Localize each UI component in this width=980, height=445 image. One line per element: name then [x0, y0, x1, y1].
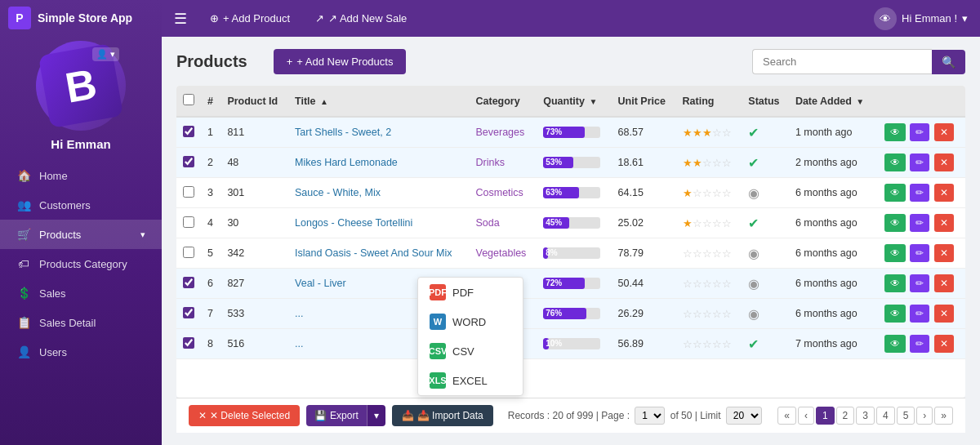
hamburger-icon[interactable]: ☰ — [174, 10, 187, 28]
limit-select[interactable]: 20 — [726, 407, 762, 425]
edit-button[interactable]: ✏ — [910, 214, 929, 232]
page-5-button[interactable]: 5 — [897, 407, 915, 425]
row-checkbox-cell[interactable] — [176, 238, 201, 269]
page-prev-button[interactable]: ‹ — [798, 407, 814, 425]
view-button[interactable]: 👁 — [884, 214, 906, 232]
delete-button[interactable]: ✕ — [934, 123, 954, 141]
page-last-button[interactable]: » — [934, 407, 953, 425]
export-csv-item[interactable]: CSV CSV — [418, 336, 523, 366]
page-4-button[interactable]: 4 — [876, 407, 895, 425]
edit-button[interactable]: ✏ — [910, 274, 929, 292]
view-button[interactable]: 👁 — [884, 184, 906, 202]
user-info[interactable]: 👁 Hi Emman ! ▾ — [874, 7, 968, 30]
sidebar-item-sales[interactable]: 💲 Sales — [0, 278, 162, 308]
product-title-link[interactable]: Tart Shells - Sweet, 2 — [295, 127, 391, 138]
category-link[interactable]: Vegetables — [476, 247, 527, 259]
edit-button[interactable]: ✏ — [910, 335, 929, 353]
delete-button[interactable]: ✕ — [934, 244, 954, 262]
row-checkbox[interactable] — [183, 307, 194, 318]
export-pdf-item[interactable]: PDF PDF — [418, 278, 523, 307]
delete-selected-button[interactable]: ✕ ✕ Delete Selected — [189, 405, 300, 426]
col-category[interactable]: Category — [470, 86, 537, 117]
col-rating[interactable]: Rating — [676, 86, 742, 117]
sidebar-item-home[interactable]: 🏠 Home — [0, 161, 162, 190]
row-checkbox-cell[interactable] — [176, 329, 201, 359]
row-checkbox-cell[interactable] — [176, 148, 201, 178]
product-title-link[interactable]: Veal - Liver — [295, 278, 346, 289]
export-word-item[interactable]: W WORD — [418, 307, 523, 336]
row-checkbox[interactable] — [183, 337, 194, 349]
category-link[interactable]: Cosmetics — [476, 187, 523, 198]
row-checkbox-cell[interactable] — [176, 269, 201, 299]
import-data-button[interactable]: 📥 📥 Import Data — [392, 405, 493, 426]
view-button[interactable]: 👁 — [884, 244, 906, 262]
product-title-link[interactable]: Island Oasis - Sweet And Sour Mix — [295, 247, 452, 259]
search-button[interactable]: 🔍 — [932, 50, 965, 74]
product-title-link[interactable]: ... — [295, 308, 303, 319]
row-checkbox[interactable] — [183, 186, 194, 198]
delete-button[interactable]: ✕ — [934, 214, 954, 232]
select-all-header[interactable] — [176, 86, 201, 117]
row-checkbox-cell[interactable] — [176, 299, 201, 329]
col-unit-price[interactable]: Unit Price — [612, 86, 676, 117]
col-date-added[interactable]: Date Added ▼ — [789, 86, 876, 117]
row-checkbox[interactable] — [183, 126, 194, 137]
delete-button[interactable]: ✕ — [934, 154, 954, 171]
sidebar-item-users[interactable]: 👤 Users — [0, 337, 162, 367]
view-button[interactable]: 👁 — [884, 123, 906, 141]
sidebar-item-sales-label: Sales — [39, 287, 66, 300]
row-checkbox[interactable] — [183, 156, 194, 167]
export-button[interactable]: 💾 Export — [306, 405, 367, 426]
add-product-button[interactable]: ⊕ + Add Product — [203, 9, 296, 28]
delete-button[interactable]: ✕ — [934, 335, 954, 353]
add-new-sale-button[interactable]: ↗ ↗ Add New Sale — [309, 9, 413, 28]
delete-button[interactable]: ✕ — [934, 274, 954, 292]
page-3-button[interactable]: 3 — [856, 407, 875, 425]
export-excel-item[interactable]: XLS EXCEL — [418, 366, 523, 395]
export-dropdown-button[interactable]: ▾ — [367, 405, 385, 426]
view-button[interactable]: 👁 — [884, 305, 906, 323]
row-actions: 👁 ✏ ✕ — [876, 117, 965, 148]
col-status[interactable]: Status — [742, 86, 789, 117]
view-button[interactable]: 👁 — [884, 335, 906, 353]
page-select[interactable]: 1 — [635, 407, 665, 425]
col-title[interactable]: Title ▲ — [288, 86, 469, 117]
row-checkbox-cell[interactable] — [176, 117, 201, 148]
row-checkbox-cell[interactable] — [176, 178, 201, 208]
user-badge[interactable]: 👤 ▾ — [92, 47, 119, 61]
product-title-link[interactable]: ... — [295, 338, 303, 349]
edit-button[interactable]: ✏ — [910, 154, 929, 171]
edit-button[interactable]: ✏ — [910, 244, 929, 262]
search-input[interactable] — [752, 49, 932, 74]
col-product-id[interactable]: Product Id — [220, 86, 288, 117]
row-checkbox-cell[interactable] — [176, 208, 201, 238]
add-new-products-button[interactable]: + + Add New Products — [274, 49, 407, 74]
row-actions: 👁 ✏ ✕ — [876, 329, 965, 359]
select-all-checkbox[interactable] — [183, 94, 194, 105]
sidebar-item-customers[interactable]: 👥 Customers — [0, 190, 162, 220]
page-next-button[interactable]: › — [916, 407, 933, 425]
product-title-link[interactable]: Longos - Cheese Tortellini — [295, 217, 412, 229]
delete-button[interactable]: ✕ — [934, 305, 954, 323]
page-2-button[interactable]: 2 — [836, 407, 855, 425]
edit-button[interactable]: ✏ — [910, 184, 929, 202]
product-title-link[interactable]: Sauce - White, Mix — [295, 187, 381, 198]
view-button[interactable]: 👁 — [884, 274, 906, 292]
col-quantity[interactable]: Quantity ▼ — [537, 86, 611, 117]
product-title-link[interactable]: Mikes Hard Lemonade — [295, 157, 398, 168]
delete-button[interactable]: ✕ — [934, 184, 954, 202]
row-checkbox[interactable] — [183, 277, 194, 288]
edit-button[interactable]: ✏ — [910, 305, 929, 323]
sidebar-item-products[interactable]: 🛒 Products ▾ — [0, 220, 162, 249]
page-1-button[interactable]: 1 — [816, 407, 835, 425]
row-checkbox[interactable] — [183, 216, 194, 228]
category-link[interactable]: Soda — [476, 217, 500, 229]
page-first-button[interactable]: « — [777, 407, 796, 425]
edit-button[interactable]: ✏ — [910, 123, 929, 141]
category-link[interactable]: Drinks — [476, 157, 505, 168]
sidebar-item-products-category[interactable]: 🏷 Products Category — [0, 249, 162, 278]
category-link[interactable]: Beverages — [476, 127, 525, 138]
sidebar-item-sales-detail[interactable]: 📋 Sales Detail — [0, 308, 162, 337]
view-button[interactable]: 👁 — [884, 154, 906, 171]
row-checkbox[interactable] — [183, 247, 194, 258]
